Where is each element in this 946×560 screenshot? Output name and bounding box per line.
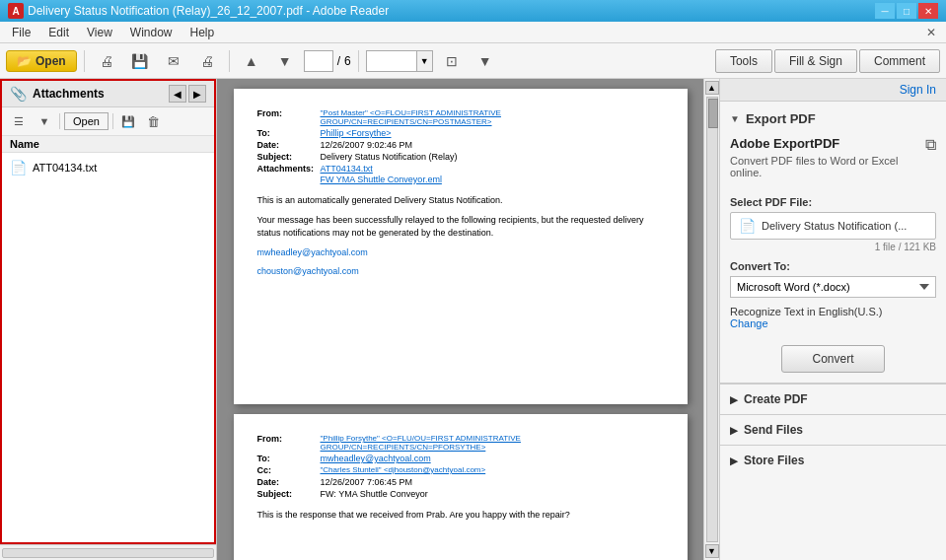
create-pdf-label: Create PDF <box>744 392 808 406</box>
attachments-prev-button[interactable]: ◀ <box>169 85 186 103</box>
create-pdf-section: ▶ Create PDF <box>720 384 946 414</box>
ocr-change-link[interactable]: Change <box>730 317 768 329</box>
attachments-list-view-button[interactable]: ☰ <box>8 110 30 132</box>
body-para-1: This is an automatically generated Deliv… <box>257 194 664 208</box>
scroll-down-button[interactable]: ▼ <box>705 544 719 558</box>
attachments-menu-button[interactable]: ▼ <box>34 110 55 132</box>
attachments-save-button[interactable]: 💾 <box>117 110 139 132</box>
fill-sign-button[interactable]: Fill & Sign <box>774 49 857 73</box>
close-button[interactable]: ✕ <box>918 3 938 19</box>
pdf2-from-field: From: "Phillip Forsythe" <O=FLU/OU=FIRST… <box>257 434 664 452</box>
attachments-delete-button[interactable]: 🗑 <box>143 110 165 132</box>
open-label: Open <box>36 54 66 68</box>
toolbar-separator-1 <box>84 50 85 72</box>
open-button[interactable]: 📂 Open <box>6 50 77 72</box>
print-setup-button[interactable]: 🖨 <box>92 47 121 75</box>
pdf-page-1: From: "Post Master" <O=FLOU=FIRST ADMINI… <box>234 89 688 404</box>
to-value: Phillip <Forsythe> <box>321 128 392 138</box>
sign-in-link[interactable]: Sign In <box>900 83 936 97</box>
left-panel: 📎 Attachments ◀ ▶ ☰ ▼ Open 💾 🗑 Name <box>0 79 217 560</box>
convert-to-select[interactable]: Microsoft Word (*.docx) Microsoft Excel … <box>730 276 936 298</box>
menu-window[interactable]: Window <box>122 24 181 41</box>
convert-button[interactable]: Convert <box>781 345 884 373</box>
folder-icon: 📂 <box>17 54 32 68</box>
att-toolbar-sep <box>59 113 60 129</box>
store-files-section: ▶ Store Files <box>720 445 946 475</box>
attachments-next-button[interactable]: ▶ <box>188 85 206 103</box>
email-button[interactable]: ✉ <box>159 47 188 75</box>
send-files-header[interactable]: ▶ Send Files <box>720 415 946 445</box>
vertical-scrollbar[interactable]: ▲ ▼ <box>703 79 719 560</box>
attachments-toolbar: ☰ ▼ Open 💾 🗑 <box>2 107 214 136</box>
send-files-section: ▶ Send Files <box>720 414 946 445</box>
attachments-open-button[interactable]: Open <box>64 112 109 130</box>
file-icon: 📄 <box>10 160 27 175</box>
zoom-dropdown-button[interactable]: ▼ <box>416 51 432 71</box>
date-label: Date: <box>257 140 317 150</box>
export-toggle-icon[interactable]: ▼ <box>730 113 740 124</box>
attachments-nav-controls: ◀ ▶ <box>169 85 206 103</box>
pdf-body: This is an automatically generated Deliv… <box>257 194 664 279</box>
menu-view[interactable]: View <box>79 24 120 41</box>
send-files-toggle-icon: ▶ <box>730 425 738 436</box>
convert-to-label: Convert To: <box>730 260 936 272</box>
pdf2-cc-field: Cc: "Charles Stuntell" <djhouston@yachty… <box>257 465 664 475</box>
menu-edit[interactable]: Edit <box>40 24 77 41</box>
pdf-date-field: Date: 12/26/2007 9:02:46 PM <box>257 140 664 150</box>
view-options-button[interactable]: ▼ <box>471 47 500 75</box>
fit-button[interactable]: ⊡ <box>437 47 467 75</box>
pdf2-to-field: To: mwheadley@yachtyoal.com <box>257 454 664 463</box>
file-size-label: 1 file / 121 KB <box>730 242 936 252</box>
ocr-label: Recognize Text in English(U.S.) <box>730 306 882 317</box>
scroll-thumb[interactable] <box>708 99 718 128</box>
name-column-label: Name <box>10 138 39 150</box>
app-icon: A <box>8 3 24 19</box>
comment-button[interactable]: Comment <box>859 49 940 73</box>
paperclip-icon: 📎 <box>10 86 27 102</box>
pdf-view-area: From: "Post Master" <O=FLOU=FIRST ADMINI… <box>217 79 719 560</box>
zoom-input[interactable]: 36.2% <box>367 51 416 71</box>
pdf2-cc-label: Cc: <box>257 465 317 475</box>
menu-help[interactable]: Help <box>182 24 223 41</box>
page-sep: / <box>337 54 340 68</box>
scrollbar-track[interactable] <box>2 548 214 558</box>
save-button[interactable]: 💾 <box>125 47 155 75</box>
from-label: From: <box>257 108 317 126</box>
selected-file-box[interactable]: 📄 Delivery Status Notification (... <box>730 212 936 240</box>
nav-prev-button[interactable]: ▲ <box>237 47 266 75</box>
close-panel-icon[interactable]: ✕ <box>920 24 942 41</box>
scroll-up-button[interactable]: ▲ <box>705 81 719 95</box>
pdf-viewer[interactable]: From: "Post Master" <O=FLOU=FIRST ADMINI… <box>217 79 703 560</box>
maximize-button[interactable]: □ <box>897 3 916 19</box>
toolbar-separator-3 <box>358 50 359 72</box>
pdf-file-icon: 📄 <box>739 218 756 234</box>
page-input[interactable]: 1 <box>304 50 333 72</box>
scroll-track[interactable] <box>706 97 718 542</box>
nav-next-button[interactable]: ▼ <box>270 47 300 75</box>
list-item[interactable]: 📄 ATT04134.txt <box>6 157 210 178</box>
store-files-header[interactable]: ▶ Store Files <box>720 446 946 475</box>
toolbar-separator-2 <box>229 50 230 72</box>
from-value: "Post Master" <O=FLOU=FIRST ADMINISTRATI… <box>321 108 664 126</box>
pdf2-from-label: From: <box>257 434 317 452</box>
pdf2-date-field: Date: 12/26/2007 7:06:45 PM <box>257 477 664 487</box>
service-description: Convert PDF files to Word or Excel onlin… <box>730 155 925 178</box>
print-button[interactable]: 🖨 <box>192 47 222 75</box>
send-files-label: Send Files <box>744 423 803 437</box>
subject-label: Subject: <box>257 152 317 162</box>
attachments-title: Attachments <box>33 87 105 101</box>
sign-in-bar: Sign In <box>720 79 946 102</box>
toolbar-right-group: Tools Fill & Sign Comment <box>715 49 940 73</box>
menu-file[interactable]: File <box>4 24 38 41</box>
ocr-text: Recognize Text in English(U.S.) Change <box>730 306 936 329</box>
copy-icon[interactable]: ⧉ <box>925 136 936 154</box>
horizontal-scrollbar[interactable] <box>0 544 216 560</box>
to-label: To: <box>257 128 317 138</box>
pdf-subject-field: Subject: Delivery Status Notification (R… <box>257 152 664 162</box>
tools-button[interactable]: Tools <box>715 49 772 73</box>
pdf2-body-text: This is the response that we received fr… <box>257 509 664 523</box>
minimize-button[interactable]: ─ <box>875 3 895 19</box>
attachments-header: 📎 Attachments ◀ ▶ <box>2 81 214 107</box>
pdf-from-field: From: "Post Master" <O=FLOU=FIRST ADMINI… <box>257 108 664 126</box>
create-pdf-header[interactable]: ▶ Create PDF <box>720 385 946 414</box>
